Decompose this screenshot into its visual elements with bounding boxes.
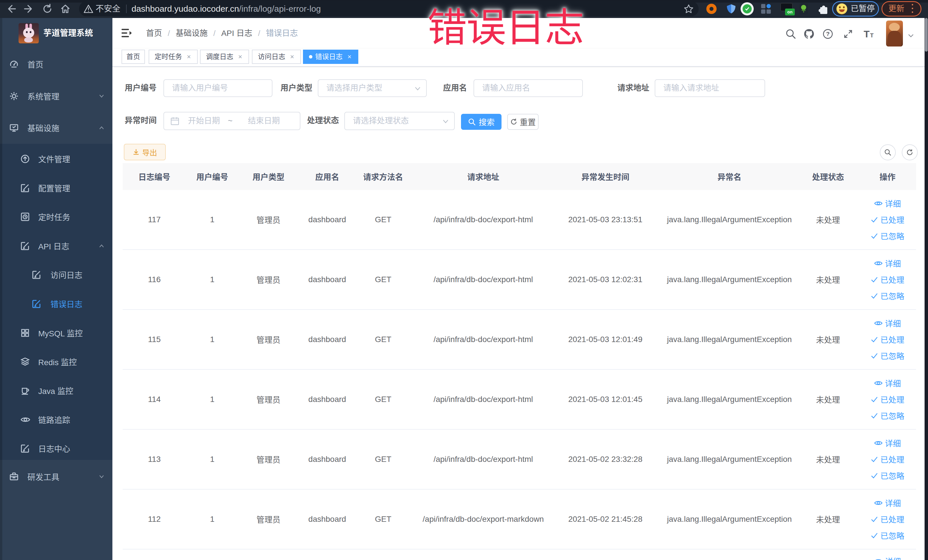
- svg-text:T: T: [870, 32, 873, 38]
- svg-text:?: ?: [826, 31, 830, 37]
- svg-text:T: T: [864, 29, 870, 40]
